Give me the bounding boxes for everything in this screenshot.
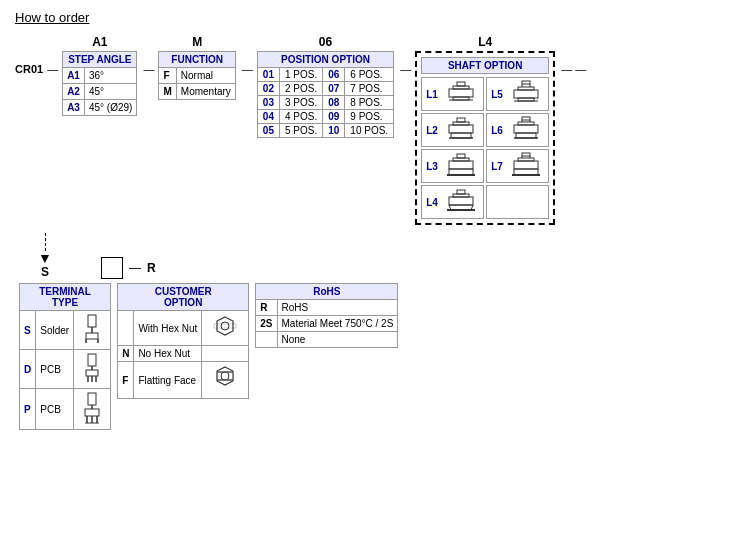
table-row: None <box>256 332 398 348</box>
shaft-l4-icon <box>443 188 479 216</box>
table-row: P PCB <box>20 389 111 430</box>
terminal-label-pcb-d: PCB <box>36 350 74 389</box>
cr01-label: CR01 <box>15 63 43 75</box>
r-label: R <box>147 261 156 275</box>
step-code: A3 <box>63 100 85 116</box>
table-row: 01 1 POS. 06 6 POS. <box>257 68 393 82</box>
customer-header: CUSTOMEROPTION <box>118 284 249 311</box>
top-dash1: — <box>47 63 58 75</box>
table-row: A2 45° <box>63 84 137 100</box>
table-row: F Normal <box>159 68 235 84</box>
svg-rect-52 <box>88 393 96 405</box>
step-angle-header: STEP ANGLE <box>63 52 137 68</box>
svg-rect-9 <box>514 90 538 98</box>
customer-table: CUSTOMEROPTION With Hex Nut N No Hex Nut <box>117 283 249 399</box>
table-row: S Solder <box>20 311 111 350</box>
dashed-line <box>45 233 46 251</box>
rohs-label-r: RoHS <box>277 300 398 316</box>
customer-icon-none <box>202 346 249 362</box>
svg-point-60 <box>221 322 229 330</box>
customer-label-nohexnut: No Hex Nut <box>134 346 202 362</box>
rohs-table: RoHS R RoHS 2S Material Meet 750°C / 2S … <box>255 283 398 348</box>
table-row: 03 3 POS. 08 8 POS. <box>257 96 393 110</box>
shaft-cell-l7: L7 <box>486 149 549 183</box>
func-code: F <box>159 68 176 84</box>
svg-rect-5 <box>522 81 530 84</box>
m-label: M <box>192 35 202 49</box>
top-dash5: — — <box>561 63 586 75</box>
terminal-code-d: D <box>20 350 36 389</box>
terminal-header: TERMINALTYPE <box>20 284 111 311</box>
table-row: A3 45° (Ø29) <box>63 100 137 116</box>
rohs-header: RoHS <box>256 284 398 300</box>
arrow-down-container: ▼ S <box>35 233 55 279</box>
terminal-code-p: P <box>20 389 36 430</box>
shaft-outer-box: SHAFT OPTION L1 L5 <box>415 51 555 225</box>
shaft-cell-l3: L3 <box>421 149 484 183</box>
svg-rect-2 <box>449 89 473 97</box>
top-dash4: — <box>400 63 411 75</box>
step-angle-block: A1 STEP ANGLE A1 36° A2 45° A3 45° (Ø29) <box>62 35 137 116</box>
step-value: 45° (Ø29) <box>84 100 137 116</box>
page-title: How to order <box>15 10 714 25</box>
shaft-grid: L1 L5 <box>421 77 549 219</box>
rohs-label-2s: Material Meet 750°C / 2S <box>277 316 398 332</box>
step-value: 36° <box>84 68 137 84</box>
shaft-cell-l6: L6 <box>486 113 549 147</box>
rohs-code-2s: 2S <box>256 316 277 332</box>
customer-icon-hexnut <box>202 311 249 346</box>
spacer-box: — R <box>101 257 156 279</box>
terminal-icon-pcb-d <box>74 350 111 389</box>
terminal-icon-solder <box>74 311 111 350</box>
table-row: 05 5 POS. 10 10 POS. <box>257 124 393 138</box>
func-code: M <box>159 84 176 100</box>
svg-rect-29 <box>522 153 530 156</box>
shaft-l3-icon <box>443 152 479 180</box>
terminal-icon-pcb-p <box>74 389 111 430</box>
flatting-icon <box>206 364 244 394</box>
position-block: 06 POSITION OPTION 01 1 POS. 06 6 POS. 0… <box>257 35 394 138</box>
svg-rect-38 <box>449 197 473 205</box>
customer-box-placeholder <box>101 257 123 279</box>
table-row: F Flatting Face <box>118 362 249 399</box>
customer-label-flat: Flatting Face <box>134 362 202 399</box>
s-label: S <box>41 265 49 279</box>
rohs-label-none: None <box>277 332 398 348</box>
step-angle-table: STEP ANGLE A1 36° A2 45° A3 45° (Ø29) <box>62 51 137 116</box>
arrow-section: ▼ S — R <box>35 233 714 279</box>
table-row: 2S Material Meet 750°C / 2S <box>256 316 398 332</box>
shaft-cell-l1: L1 <box>421 77 484 111</box>
svg-point-63 <box>221 372 229 380</box>
table-row: R RoHS <box>256 300 398 316</box>
shaft-l6-icon <box>508 116 544 144</box>
hexnut-icon <box>206 313 244 341</box>
position-header: POSITION OPTION <box>257 52 393 68</box>
bottom-section-wrapper: ▼ S — R TERMINALTYPE S Solder <box>15 233 714 430</box>
shaft-l5-icon <box>508 80 544 108</box>
table-row: 02 2 POS. 07 7 POS. <box>257 82 393 96</box>
terminal-label-solder: Solder <box>36 311 74 350</box>
rohs-code-r: R <box>256 300 277 316</box>
arrow-icon: ▼ <box>38 251 52 265</box>
position-table: POSITION OPTION 01 1 POS. 06 6 POS. 02 2… <box>257 51 394 138</box>
table-row: 04 4 POS. 09 9 POS. <box>257 110 393 124</box>
table-row: A1 36° <box>63 68 137 84</box>
customer-code-f: F <box>118 362 134 399</box>
svg-rect-46 <box>88 354 96 366</box>
function-block: M FUNCTION F Normal M Momentary <box>158 35 235 100</box>
svg-rect-14 <box>449 125 473 133</box>
table-row: D PCB <box>20 350 111 389</box>
svg-rect-12 <box>457 118 465 122</box>
rohs-code-none <box>256 332 277 348</box>
bottom-dash: — <box>129 261 141 275</box>
shaft-l7-icon <box>508 152 544 180</box>
svg-rect-21 <box>514 125 538 133</box>
shaft-block: L4 SHAFT OPTION L1 L5 <box>415 35 555 225</box>
l4-label: L4 <box>478 35 492 49</box>
func-value: Normal <box>176 68 235 84</box>
terminal-table: TERMINALTYPE S Solder D PCB <box>19 283 111 430</box>
customer-code-n: N <box>118 346 134 362</box>
svg-rect-0 <box>457 82 465 86</box>
svg-rect-33 <box>514 161 538 169</box>
shaft-cell-empty <box>486 185 549 219</box>
